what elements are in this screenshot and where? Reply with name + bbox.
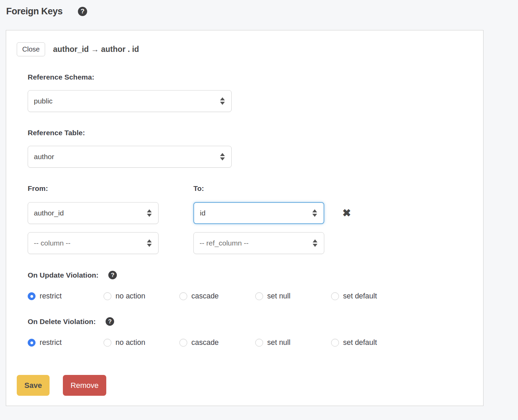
on-update-violation-label: On Update Violation: ?	[28, 271, 473, 279]
fk-form: Reference Schema: public Reference Table…	[28, 73, 473, 347]
radio-label[interactable]: cascade	[191, 338, 219, 347]
radio-unchecked-icon[interactable]	[179, 292, 187, 300]
radio-on-update-set-null[interactable]: set null	[255, 292, 331, 300]
column-mapping-row: author_id id ✖	[28, 202, 473, 224]
add-from-column-placeholder: -- column --	[34, 239, 70, 247]
fk-mapping-title: author_id → author . id	[53, 45, 139, 54]
reference-table-value: author	[34, 153, 54, 161]
radio-on-delete-cascade[interactable]: cascade	[179, 338, 255, 347]
page-header: Foreign Keys ?	[0, 0, 518, 16]
on-delete-violation-label: On Delete Violation: ?	[28, 317, 473, 326]
add-ref-column-placeholder: -- ref_column --	[200, 239, 249, 247]
to-column-select[interactable]: id	[193, 202, 324, 224]
reference-schema-label: Reference Schema:	[28, 73, 473, 81]
radio-unchecked-icon[interactable]	[104, 292, 111, 300]
radio-on-delete-set-default[interactable]: set default	[331, 338, 407, 347]
from-column-select[interactable]: author_id	[28, 202, 159, 224]
foreign-key-editor-panel: Close author_id → author . id Reference …	[6, 30, 483, 406]
radio-label[interactable]: no action	[115, 292, 145, 300]
select-spinner-icon	[147, 209, 152, 217]
on-delete-help-icon[interactable]: ?	[106, 317, 114, 326]
radio-label[interactable]: restrict	[40, 292, 62, 300]
radio-label[interactable]: set null	[267, 292, 290, 300]
select-spinner-icon	[220, 97, 225, 105]
radio-label[interactable]: no action	[115, 338, 145, 347]
on-update-help-icon[interactable]: ?	[108, 271, 117, 279]
radio-unchecked-icon[interactable]	[331, 292, 339, 300]
save-button[interactable]: Save	[17, 375, 50, 396]
radio-unchecked-icon[interactable]	[104, 339, 111, 347]
radio-unchecked-icon[interactable]	[255, 292, 263, 300]
radio-label[interactable]: cascade	[191, 292, 219, 300]
on-update-violation-text: On Update Violation:	[28, 271, 98, 279]
radio-label[interactable]: set default	[343, 338, 377, 347]
select-spinner-icon	[313, 239, 317, 247]
radio-label[interactable]: set default	[343, 292, 377, 300]
add-from-column-select[interactable]: -- column --	[28, 232, 159, 254]
editor-header: Close author_id → author . id	[17, 42, 473, 56]
remove-button[interactable]: Remove	[63, 375, 106, 396]
radio-label[interactable]: set null	[267, 338, 290, 347]
radio-on-update-set-default[interactable]: set default	[331, 292, 407, 300]
reference-table-label: Reference Table:	[28, 129, 473, 137]
select-spinner-icon	[312, 209, 317, 217]
reference-schema-value: public	[34, 97, 53, 105]
close-button[interactable]: Close	[17, 42, 45, 56]
from-column-value: author_id	[34, 209, 64, 217]
on-delete-violation-text: On Delete Violation:	[28, 318, 96, 326]
radio-on-delete-set-null[interactable]: set null	[255, 338, 331, 347]
add-column-row: -- column -- -- ref_column --	[28, 232, 473, 254]
from-to-labels-row: From: To:	[28, 184, 473, 193]
action-buttons: Save Remove	[17, 375, 473, 396]
page-title: Foreign Keys	[6, 6, 63, 17]
on-update-radio-group: restrict no action cascade set null set …	[28, 292, 473, 300]
radio-on-update-no-action[interactable]: no action	[104, 292, 179, 300]
radio-on-delete-restrict[interactable]: restrict	[28, 338, 104, 347]
add-ref-column-select[interactable]: -- ref_column --	[193, 232, 324, 254]
reference-table-select[interactable]: author	[28, 146, 232, 168]
select-spinner-icon	[220, 153, 225, 160]
remove-mapping-icon[interactable]: ✖	[342, 208, 351, 218]
radio-on-update-cascade[interactable]: cascade	[179, 292, 255, 300]
select-spinner-icon	[147, 239, 152, 247]
on-delete-radio-group: restrict no action cascade set null set …	[28, 338, 473, 347]
radio-checked-icon[interactable]	[28, 292, 36, 300]
help-icon[interactable]: ?	[78, 7, 87, 16]
radio-checked-icon[interactable]	[28, 339, 36, 347]
radio-label[interactable]: restrict	[40, 338, 62, 347]
to-label: To:	[193, 184, 204, 193]
radio-unchecked-icon[interactable]	[331, 339, 339, 347]
from-label: From:	[28, 184, 193, 193]
radio-on-update-restrict[interactable]: restrict	[28, 292, 104, 300]
to-column-value: id	[200, 209, 205, 217]
reference-schema-select[interactable]: public	[28, 90, 232, 112]
radio-unchecked-icon[interactable]	[255, 339, 263, 347]
radio-on-delete-no-action[interactable]: no action	[104, 338, 179, 347]
radio-unchecked-icon[interactable]	[179, 339, 187, 347]
